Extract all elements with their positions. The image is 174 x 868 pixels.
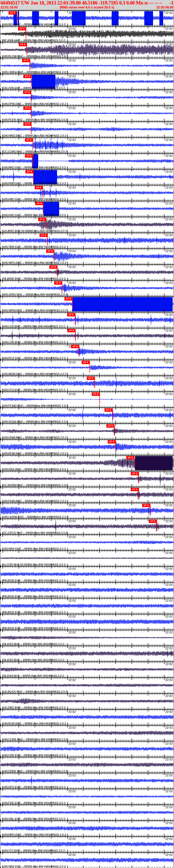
trace-row[interactable]: 22:0222:03UW.BEN EHZ -- 99999.0km BW HIG… — [0, 10, 174, 26]
trace-row[interactable]: 22:0222:03UW.MDW EHZ -- 99999.0km BW HIG… — [0, 360, 174, 375]
phase-pick-flag[interactable]: xT 4 — [23, 91, 31, 94]
trace-row[interactable]: 22:0222:03UW.JORV EHZ -- 99999.0km BW HI… — [0, 280, 174, 296]
phase-pick-flag[interactable]: xT 4 — [71, 345, 79, 348]
phase-pick-flag[interactable]: xT 4 — [131, 472, 139, 475]
trace-row[interactable]: 22:0222:03UW.OT3 EHZ -- 99999.0km BW HIG… — [0, 375, 174, 391]
phase-pick-flag[interactable]: xT 4 — [23, 75, 31, 78]
trace-row[interactable]: 22:0222:03UW.HSO EHZ -- 99999.0km BW HIG… — [0, 201, 174, 217]
trace-row[interactable]: 22:0222:03US.BMO BHZ 00 99999.0km BW HIG… — [0, 217, 174, 232]
phase-pick-flag[interactable]: xT 4 — [19, 43, 27, 46]
trace-row[interactable]: 22:0222:03TA.B05D BHZ -- 99999.0km BW HI… — [0, 264, 174, 280]
trace-row[interactable]: 22:0222:03TA.I03D BHZ -- 99999.0km BW HI… — [0, 646, 174, 661]
phase-pick-flag[interactable]: xT 4 — [35, 186, 43, 189]
phase-pick-flag[interactable]: xT 4 — [64, 297, 72, 301]
clipped-signal-block — [72, 297, 173, 311]
axis-ticks-10s — [0, 821, 174, 823]
trace-row[interactable]: 22:0222:03UW.CRF EHZ -- 99999.0km BW HIG… — [0, 741, 174, 757]
trace-row[interactable]: 22:0222:03IU.COR BHZ 00 99999.0km BW HIG… — [0, 550, 174, 566]
trace-row[interactable]: 22:0222:03UW.BRO EHZ -- 99999.0km BW HIG… — [0, 153, 174, 169]
station-label: UW.RNO EHZ -- 99999.0km BW HIGHPASS 2.0 … — [3, 182, 66, 185]
phase-pick-flag[interactable]: xT 4 — [23, 106, 31, 110]
phase-pick-flag[interactable]: xT 4 — [126, 456, 134, 459]
station-label: PB.B033 EHZ -- 99999.0km BW HIGHPASS 2.0… — [3, 626, 65, 630]
trace-row[interactable]: 22:0222:03UW.GBL EHZ -- 99999.0km BW HIG… — [0, 804, 174, 820]
trace-list: 22:0222:03UW.BEN EHZ -- 99999.0km BW HIG… — [0, 10, 174, 868]
station-label: NC.KEB HHZ -- 99999.0km BW HIGHPASS 2.0 … — [3, 39, 65, 42]
trace-row[interactable]: 22:0222:03TA.I02D BHZ -- 99999.0km BW HI… — [0, 630, 174, 646]
phase-pick-flag[interactable]: xT 4 — [92, 393, 100, 396]
trace-row[interactable]: 22:0222:03UW.UWFH EHZ -- 99999.0km BW HI… — [0, 58, 174, 73]
trace-row[interactable]: 22:0222:03UW.TBM EHZ -- 99999.0km BW HIG… — [0, 232, 174, 248]
phase-pick-flag[interactable]: xT 4 — [105, 408, 113, 412]
trace-row[interactable]: 22:0222:03UW.LON BHZ -- 99999.0km BW HIG… — [0, 328, 174, 344]
station-label: UW.WPW EHZ -- 99999.0km BW HIGHPASS 2.0 … — [3, 309, 67, 312]
phase-pick-flag[interactable]: xT 4 — [25, 138, 33, 142]
station-label: UW.GNW BHZ -- 99999.0km BW HIGHPASS 2.0 … — [3, 436, 66, 439]
phase-pick-flag[interactable]: xT 4 — [82, 361, 90, 364]
phase-pick-flag[interactable]: xT 4 — [46, 249, 54, 253]
trace-row[interactable]: 22:0222:03UW.MPO EHZ -- 99999.0km BW HIG… — [0, 820, 174, 836]
trace-row[interactable]: 22:0222:03CC.CPCO BHZ -- 99999.0km BW HI… — [0, 519, 174, 534]
trace-row[interactable]: 22:0222:03PB.B030 EHZ -- 99999.0km BW HI… — [0, 582, 174, 598]
trace-row[interactable]: 22:0222:03UW.PCMD EHZ -- 99999.0km BW HI… — [0, 391, 174, 407]
trace-row[interactable]: 22:0222:03UW.HBO EHZ -- 99999.0km BW HIG… — [0, 185, 174, 201]
trace-row[interactable]: 22:0222:03UW.BOW EHZ -- 99999.0km BW HIG… — [0, 439, 174, 455]
trace-row[interactable]: 22:0222:03TA.I04A BHZ -- 99999.0km BW HI… — [0, 661, 174, 677]
trace-row[interactable]: 22:0222:03PB.B028 EHZ -- 99999.0km BW HI… — [0, 566, 174, 582]
trace-row[interactable]: 22:0222:03UW.DPW EHZ -- 99999.0km BW HIG… — [0, 90, 174, 105]
phase-pick-flag[interactable]: xT 4 — [25, 154, 33, 158]
phase-pick-flag[interactable]: xT 4 — [142, 504, 150, 507]
station-label: UW.LON BHZ -- 99999.0km BW HIGHPASS 2.0 … — [3, 341, 65, 344]
phase-pick-flag[interactable]: xT 4 — [26, 170, 33, 174]
phase-pick-flag[interactable]: xT 4 — [18, 27, 26, 30]
phase-pick-flag[interactable]: xT 4 — [106, 424, 114, 428]
phase-pick-flag[interactable]: xT 4 — [8, 11, 17, 14]
trace-row[interactable]: 22:0222:03CC.CLMS EHZ -- 99999.0km BW HI… — [0, 137, 174, 153]
trace-row[interactable]: 22:0222:03NC.KEB HHZ -- 99999.0km BW HIG… — [0, 26, 174, 42]
trace-row[interactable]: 22:0222:03UW.PHIN BHZ -- 99999.0km BW HI… — [0, 487, 174, 503]
phase-pick-flag[interactable]: xT 4 — [149, 520, 157, 523]
phase-pick-flag[interactable]: xT 4 — [22, 59, 30, 62]
phase-pick-flag[interactable]: xT 4 — [23, 122, 31, 126]
trace-row[interactable]: 22:0222:03UO.DBO BHZ -- 99999.0km BW HIG… — [0, 693, 174, 709]
phase-pick-flag[interactable]: xT 4 — [39, 234, 48, 237]
phase-pick-flag[interactable]: xT 4 — [67, 313, 75, 316]
trace-row[interactable]: 22:0222:03UW.DDRF BHZ -- 99999.0km BW HI… — [0, 757, 174, 773]
trace-row[interactable]: 22:0222:03UW.LKWW EHZ -- 99999.0km BW HI… — [0, 503, 174, 519]
trace-row[interactable]: 22:0222:03UW.CCRK BHZ -- 99999.0km BW HI… — [0, 725, 174, 741]
phase-pick-flag[interactable]: xT 4 — [38, 218, 46, 221]
phase-pick-flag[interactable]: xT 4 — [131, 488, 139, 491]
station-label: TA.I02D BHZ -- 99999.0km BW HIGHPASS 2.0… — [3, 642, 64, 646]
phase-pick-flag[interactable]: xT 4 — [87, 376, 95, 380]
phase-pick-flag[interactable]: xT 4 — [35, 202, 43, 205]
trace-row[interactable]: 22:0222:03UW.WRD EHZ -- 99999.0km BW HIG… — [0, 121, 174, 137]
trace-row[interactable]: 22:0222:03UW.BLOW BHZ -- 99999.0km BW HI… — [0, 42, 174, 58]
trace-row[interactable]: 22:0222:03UW.IZEE BHZ -- 99999.0km BW HI… — [0, 455, 174, 471]
trace-row[interactable]: 22:0222:03UW.WA2 EHZ -- 99999.0km BW HIG… — [0, 852, 174, 868]
trace-row[interactable]: 22:0222:03UW.WPW EHZ -- 99999.0km BW HIG… — [0, 296, 174, 312]
trace-row[interactable]: 22:0222:03UW.GNW BHZ -- 99999.0km BW HIG… — [0, 423, 174, 439]
trace-row[interactable]: 22:0222:03UW.BVW EHZ -- 99999.0km BW HIG… — [0, 709, 174, 725]
trace-row[interactable]: 22:0222:03UW.RCS EHZ -- 99999.0km BW HIG… — [0, 344, 174, 360]
trace-row[interactable]: 22:0222:03CN.VDB EHZ -- 99999.0km BW HIG… — [0, 73, 174, 90]
trace-row[interactable]: 22:0222:03UW.EPH EHZ -- 99999.0km BW HIG… — [0, 773, 174, 788]
trace-row[interactable]: 22:0222:03UW.FHE EHZ -- 99999.0km BW HIG… — [0, 788, 174, 804]
trace-row[interactable]: 22:0222:03UW.WIW EHZ -- 99999.0km BW HIG… — [0, 534, 174, 550]
trace-row[interactable]: 22:0222:03UW.PCFR EHZ -- 99999.0km BW HI… — [0, 105, 174, 121]
axis-ticks-10s — [0, 662, 174, 664]
trace-row[interactable]: 22:0222:03UW.SVQH EHZ -- 99999.0km BW HI… — [0, 407, 174, 423]
trace-row[interactable]: 22:0222:03UO.BUCK BHZ -- 99999.0km BW HI… — [0, 677, 174, 693]
trace-row[interactable]: 22:0222:03PB.B033 EHZ -- 99999.0km BW HI… — [0, 614, 174, 630]
station-label: UW.BEN EHZ -- 99999.0km BW HIGHPASS 2.0 … — [3, 23, 65, 26]
trace-row[interactable]: 22:0222:03UW.RNO EHZ -- 99999.0km BW HIG… — [0, 169, 174, 185]
trace-row[interactable]: 22:0222:03UW.LO2 EHZ -- 99999.0km BW HIG… — [0, 312, 174, 328]
station-label: UW.DDRF BHZ -- 99999.0km BW HIGHPASS 2.0… — [3, 770, 67, 773]
trace-row[interactable]: 22:0222:03UW.VT2 EHZ -- 99999.0km BW HIG… — [0, 836, 174, 852]
trace-row[interactable]: 22:0222:03CC.NORM BHZ -- 99999.0km BW HI… — [0, 471, 174, 487]
trace-row[interactable]: 22:0222:03PB.B032 EHZ -- 99999.0km BW HI… — [0, 598, 174, 614]
phase-pick-flag[interactable]: xT 4 — [49, 265, 57, 269]
trace-row[interactable]: 22:0222:03UW.WPO EHZ -- 99999.0km BW HIG… — [0, 248, 174, 264]
phase-pick-flag[interactable]: xT 4 — [67, 329, 75, 332]
phase-pick-flag[interactable]: xT 4 — [54, 281, 62, 285]
phase-pick-flag[interactable]: xT 4 — [108, 440, 116, 443]
